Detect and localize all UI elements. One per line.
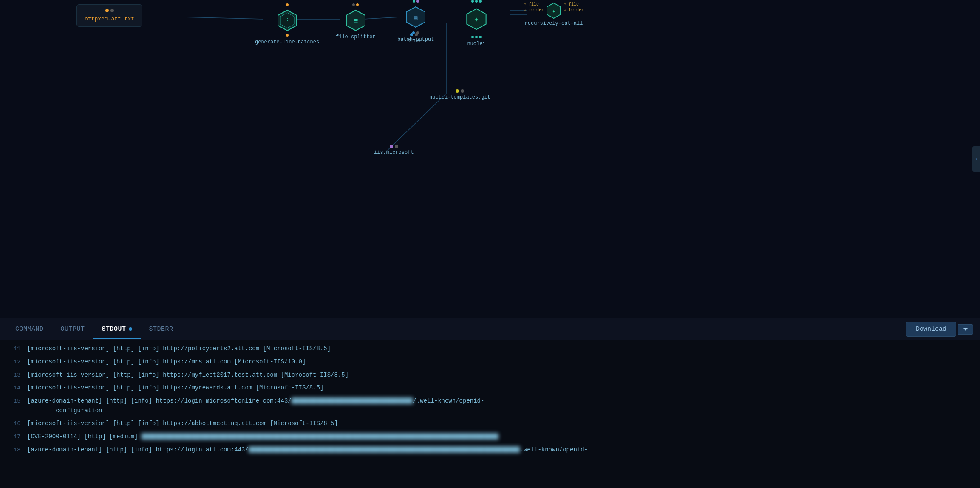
file-node-box: httpxed-att.txt (76, 4, 142, 27)
svg-text:✦: ✦ (552, 7, 556, 15)
hex-icon: ≡ (345, 9, 367, 31)
tabs-bar: COMMAND OUTPUT STDOUT STDERR Download (0, 318, 980, 340)
generate-line-batches-label: generate-line-batches (255, 39, 319, 45)
nuclei-templates-node: nuclei-templates.git (429, 89, 490, 100)
port-1 (413, 0, 415, 3)
line-number: 17 (5, 433, 20, 442)
connections-svg (0, 0, 980, 318)
port-2 (475, 0, 478, 3)
tab-stderr[interactable]: STDERR (141, 320, 182, 339)
hex-icon: ⋮ (276, 9, 298, 31)
iis-microsoft-label: iis,microsoft (374, 150, 414, 156)
port-2 (416, 0, 419, 3)
nuclei-node[interactable]: ✦ nuclei (463, 0, 490, 47)
log-line: 17 [CVE-2000-0114] [http] [medium] █████… (0, 430, 980, 443)
generate-line-batches-node[interactable]: ⋮ generate-line-batches (255, 3, 319, 45)
log-text: [microsoft-iis-version] [http] [info] ht… (27, 344, 331, 353)
log-text: [microsoft-iis-version] [http] [info] ht… (27, 383, 323, 392)
port-right (286, 34, 289, 37)
log-line: 13 [microsoft-iis-version] [http] [info]… (0, 369, 980, 382)
line-number: 12 (5, 358, 20, 367)
true-label: true (408, 38, 420, 44)
port-right (356, 3, 359, 6)
file-splitter-node[interactable]: ≡ file-splitter (336, 3, 376, 40)
log-line: 12 [microsoft-iis-version] [http] [info]… (0, 355, 980, 369)
log-text: [microsoft-iis-version] [http] [info] ht… (27, 370, 348, 380)
svg-text:▤: ▤ (414, 14, 418, 21)
log-text: [azure-domain-tenant] [http] [info] http… (27, 445, 588, 454)
download-button[interactable]: Download (906, 322, 956, 337)
bottom-panel: COMMAND OUTPUT STDOUT STDERR Download 11… (0, 318, 980, 488)
download-area: Download (906, 322, 973, 337)
workflow-canvas: httpxed-att.txt ⋮ generate-line-batches (0, 0, 980, 318)
port-dot-1 (105, 9, 109, 12)
nuclei-templates-label: nuclei-templates.git (429, 94, 490, 100)
recursively-cat-all-label: recursively-cat-all (523, 20, 585, 26)
port-left (286, 3, 289, 6)
stdout-dot (129, 327, 132, 331)
file-node-label: httpxed-att.txt (85, 16, 134, 22)
hex-icon: ▤ (405, 6, 427, 28)
iis-microsoft-node: iis,microsoft (374, 145, 414, 156)
line-number: 14 (5, 384, 20, 393)
hex-icon: ✦ (463, 6, 490, 32)
line-number: 18 (5, 446, 20, 455)
log-text: [microsoft-iis-version] [http] [info] ht… (27, 419, 338, 428)
file-splitter-label: file-splitter (336, 34, 376, 40)
port-dot-2 (110, 9, 114, 12)
line-number: 15 (5, 397, 20, 406)
log-text: [azure-domain-tenant] [http] [info] http… (27, 396, 484, 415)
log-line: 18 [azure-domain-tenant] [http] [info] h… (0, 443, 980, 457)
log-line: 14 [microsoft-iis-version] [http] [info]… (0, 381, 980, 394)
tab-output[interactable]: OUTPUT (52, 320, 93, 339)
port-3 (479, 0, 482, 3)
file-input-node[interactable]: httpxed-att.txt (76, 4, 142, 27)
svg-line-6 (387, 94, 446, 151)
svg-text:≡: ≡ (353, 16, 358, 25)
download-chevron-button[interactable] (958, 324, 973, 335)
tab-stdout[interactable]: STDOUT (93, 320, 141, 339)
line-number: 11 (5, 345, 20, 354)
recursively-cat-all-node[interactable]: ○ file ○ folder ✦ ○ file ○ folder recurs… (523, 2, 585, 26)
nuclei-label: nuclei (467, 41, 485, 47)
log-line: 15 [azure-domain-tenant] [http] [info] h… (0, 394, 980, 417)
line-number: 16 (5, 420, 20, 428)
log-line: 16 [microsoft-iis-version] [http] [info]… (0, 417, 980, 430)
log-line: 11 [microsoft-iis-version] [http] [info]… (0, 342, 980, 355)
true-node: true (408, 33, 420, 44)
sidebar-handle[interactable]: › (972, 146, 980, 172)
line-number: 13 (5, 371, 20, 380)
svg-line-0 (183, 17, 263, 19)
log-text: [microsoft-iis-version] [http] [info] ht… (27, 357, 306, 366)
tab-command[interactable]: COMMAND (7, 320, 52, 339)
port-left (352, 3, 355, 6)
port-1 (471, 0, 474, 3)
log-text: [CVE-2000-0114] [http] [medium] ████████… (27, 432, 498, 441)
chevron-down-icon (963, 328, 968, 331)
log-output[interactable]: 11 [microsoft-iis-version] [http] [info]… (0, 340, 980, 488)
true-dots (410, 33, 418, 36)
svg-text:✦: ✦ (474, 14, 479, 23)
svg-text:⋮: ⋮ (284, 17, 291, 25)
